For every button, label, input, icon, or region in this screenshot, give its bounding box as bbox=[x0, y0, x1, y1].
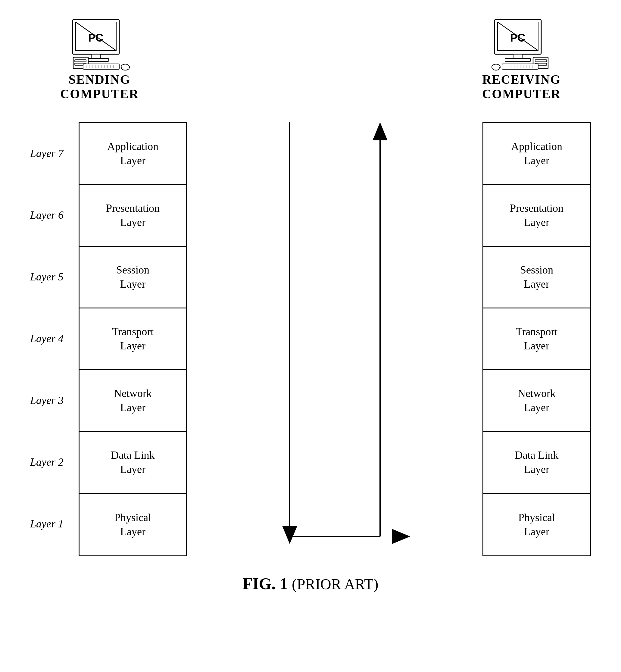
receiving-computer-section: PC RECEIVING bbox=[482, 18, 561, 104]
left-label-1: Layer 1 bbox=[30, 493, 70, 554]
right-application-layer: ApplicationLayer bbox=[483, 123, 590, 185]
svg-marker-49 bbox=[373, 122, 387, 140]
left-osi-stack-container: Layer 7 Layer 6 Layer 5 Layer 4 Layer 3 … bbox=[30, 122, 187, 556]
right-osi-stack-container: ApplicationLayer PresentationLayer Sessi… bbox=[483, 122, 591, 556]
right-osi-stack: ApplicationLayer PresentationLayer Sessi… bbox=[483, 122, 591, 556]
left-label-2: Layer 2 bbox=[30, 431, 70, 493]
arrows-svg bbox=[260, 122, 410, 554]
left-label-7: Layer 7 bbox=[30, 122, 70, 184]
svg-point-20 bbox=[121, 64, 129, 70]
svg-rect-7 bbox=[75, 59, 86, 62]
sending-pc-icon: PC bbox=[67, 18, 133, 72]
left-label-4: Layer 4 bbox=[30, 307, 70, 369]
left-label-6: Layer 6 bbox=[30, 184, 70, 246]
right-datalink-layer: Data LinkLayer bbox=[483, 432, 590, 494]
svg-rect-27 bbox=[505, 58, 531, 61]
left-transport-layer: TransportLayer bbox=[80, 308, 186, 370]
left-session-layer: SessionLayer bbox=[80, 247, 186, 308]
left-label-3: Layer 3 bbox=[30, 369, 70, 431]
left-presentation-layer: PresentationLayer bbox=[80, 185, 186, 247]
left-label-5: Layer 5 bbox=[30, 246, 70, 307]
figure-caption: FIG. 1 (PRIOR ART) bbox=[243, 575, 379, 593]
header-row: PC bbox=[0, 0, 621, 116]
svg-point-42 bbox=[492, 64, 500, 70]
svg-text:PC: PC bbox=[510, 32, 525, 44]
left-datalink-layer: Data LinkLayer bbox=[80, 432, 186, 494]
sending-label: SENDING COMPUTER bbox=[60, 72, 139, 101]
prior-art-label: (PRIOR ART) bbox=[292, 576, 378, 592]
left-layer-labels: Layer 7 Layer 6 Layer 5 Layer 4 Layer 3 … bbox=[30, 122, 70, 554]
left-application-layer: ApplicationLayer bbox=[80, 123, 186, 185]
left-osi-stack: ApplicationLayer PresentationLayer Sessi… bbox=[79, 122, 187, 556]
right-session-layer: SessionLayer bbox=[483, 247, 590, 308]
right-presentation-layer: PresentationLayer bbox=[483, 185, 590, 247]
receiving-label: RECEIVING COMPUTER bbox=[482, 72, 561, 101]
left-physical-layer: PhysicalLayer bbox=[80, 494, 186, 555]
svg-rect-4 bbox=[91, 54, 100, 58]
right-network-layer: NetworkLayer bbox=[483, 370, 590, 432]
svg-marker-47 bbox=[392, 529, 410, 544]
arrow-area bbox=[187, 122, 483, 554]
main-container: PC bbox=[0, 0, 621, 672]
svg-marker-45 bbox=[282, 526, 297, 544]
svg-text:PC: PC bbox=[88, 32, 103, 44]
figure-label: FIG. 1 bbox=[243, 575, 288, 593]
svg-rect-29 bbox=[535, 59, 547, 62]
sending-computer-section: PC bbox=[60, 18, 139, 104]
right-physical-layer: PhysicalLayer bbox=[483, 494, 590, 555]
left-network-layer: NetworkLayer bbox=[80, 370, 186, 432]
receiving-pc-icon: PC bbox=[489, 18, 555, 72]
svg-rect-26 bbox=[513, 54, 522, 58]
diagram-area: Layer 7 Layer 6 Layer 5 Layer 4 Layer 3 … bbox=[0, 122, 621, 556]
right-transport-layer: TransportLayer bbox=[483, 308, 590, 370]
